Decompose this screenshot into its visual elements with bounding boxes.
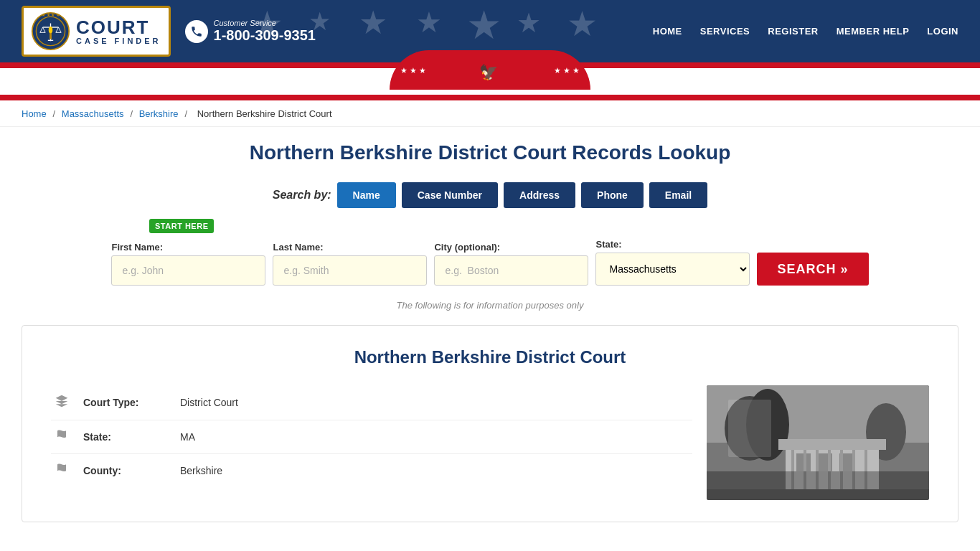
page-title: Northern Berkshire District Court Record…: [22, 141, 958, 164]
breadcrumb-home[interactable]: Home: [22, 108, 47, 119]
search-form-row: First Name: Last Name: City (optional): …: [149, 239, 831, 286]
eagle-icon: 🦅: [467, 62, 510, 84]
form-container: START HERE First Name: Last Name: City (…: [149, 219, 831, 286]
breadcrumb: Home / Massachusetts / Berkshire / North…: [0, 100, 980, 127]
tab-case-number[interactable]: Case Number: [402, 182, 498, 208]
banner-arch-area: 🦅 ★ ★ ★ ★ ★ ★: [0, 68, 980, 100]
svg-rect-15: [778, 439, 886, 450]
breadcrumb-county[interactable]: Berkshire: [139, 108, 179, 119]
nav-services[interactable]: SERVICES: [700, 26, 750, 37]
court-info-section: Court Type: District Court State: MA: [51, 385, 692, 500]
breadcrumb-state[interactable]: Massachusetts: [62, 108, 124, 119]
nav-home[interactable]: HOME: [653, 26, 682, 37]
breadcrumb-sep2: /: [130, 108, 135, 119]
court-box-title: Northern Berkshire District Court: [51, 347, 929, 367]
info-note: The following is for information purpose…: [22, 300, 958, 311]
nav-register[interactable]: REGISTER: [768, 26, 818, 37]
court-info-box: Northern Berkshire District Court Court …: [22, 325, 958, 522]
customer-service-label: Customer Service: [214, 19, 316, 27]
svg-rect-22: [828, 450, 831, 500]
court-type-row: Court Type: District Court: [51, 385, 692, 420]
tab-phone[interactable]: Phone: [581, 182, 644, 208]
site-logo[interactable]: ★ ★ ★ ★ COURT CASE FINDER: [22, 6, 171, 57]
svg-rect-23: [840, 450, 843, 500]
header-star-deco5: ★: [466, 2, 501, 48]
city-label: City (optional):: [434, 242, 588, 253]
svg-rect-26: [707, 489, 929, 500]
state-icon: [51, 429, 72, 445]
state-info-label: State:: [83, 431, 169, 443]
tab-email[interactable]: Email: [649, 182, 707, 208]
svg-rect-19: [791, 450, 794, 500]
phone-number: 1-800-309-9351: [214, 27, 316, 44]
last-name-group: Last Name:: [273, 242, 427, 286]
nav-login[interactable]: LOGIN: [927, 26, 958, 37]
logo-emblem-icon: ★ ★ ★ ★: [31, 11, 70, 51]
header-star-deco7: ★: [567, 4, 598, 44]
svg-rect-20: [804, 450, 806, 500]
nav-member-help[interactable]: MEMBER HELP: [837, 26, 910, 37]
header-star-deco6: ★: [517, 7, 541, 39]
svg-point-7: [49, 27, 53, 33]
last-name-label: Last Name:: [273, 242, 427, 253]
court-content-wrapper: Court Type: District Court State: MA: [51, 385, 929, 500]
court-type-label: Court Type:: [83, 397, 169, 408]
svg-text:🦅: 🦅: [479, 63, 499, 82]
search-section: Search by: Name Case Number Address Phon…: [22, 182, 958, 286]
svg-rect-24: [852, 450, 855, 500]
first-name-input[interactable]: [111, 255, 265, 286]
phone-section: Customer Service 1-800-309-9351: [185, 19, 316, 44]
svg-rect-21: [816, 450, 819, 500]
main-content: Northern Berkshire District Court Record…: [0, 127, 980, 537]
court-photo: [707, 385, 929, 500]
logo-court-label: COURT: [76, 18, 161, 37]
state-info-value: MA: [180, 431, 195, 443]
svg-rect-25: [864, 450, 867, 500]
search-by-row: Search by: Name Case Number Address Phon…: [22, 182, 958, 208]
tab-name[interactable]: Name: [337, 182, 396, 208]
search-by-label: Search by:: [273, 189, 331, 202]
city-group: City (optional):: [434, 242, 588, 286]
county-row: County: Berkshire: [51, 454, 692, 487]
first-name-group: First Name:: [111, 242, 265, 286]
county-icon: [51, 463, 72, 479]
first-name-label: First Name:: [111, 242, 265, 253]
svg-text:★ ★ ★ ★: ★ ★ ★ ★: [42, 13, 60, 17]
last-name-input[interactable]: [273, 255, 427, 286]
svg-point-11: [725, 396, 775, 461]
court-building-image: [707, 385, 929, 500]
state-label: State:: [595, 239, 750, 250]
header-star-deco4: ★: [416, 6, 442, 39]
state-row: State: MA: [51, 420, 692, 454]
start-here-badge: START HERE: [149, 219, 214, 233]
city-input[interactable]: [434, 255, 588, 286]
breadcrumb-sep1: /: [53, 108, 58, 119]
banner-arch: 🦅 ★ ★ ★ ★ ★ ★: [390, 50, 590, 90]
logo-finder-label: CASE FINDER: [76, 37, 161, 45]
tab-address[interactable]: Address: [504, 182, 575, 208]
main-nav: HOME SERVICES REGISTER MEMBER HELP LOGIN: [653, 26, 958, 37]
search-button[interactable]: SEARCH »: [757, 253, 868, 286]
court-type-value: District Court: [180, 397, 238, 408]
header-star-deco3: ★: [359, 4, 387, 42]
red-stripe-bottom: [0, 95, 980, 100]
court-type-icon: [51, 394, 72, 411]
state-group: State: Massachusetts Alabama Alaska Ariz…: [595, 239, 750, 286]
breadcrumb-current: Northern Berkshire District Court: [197, 108, 332, 119]
county-label: County:: [83, 465, 169, 476]
breadcrumb-sep3: /: [184, 108, 189, 119]
state-select[interactable]: Massachusetts Alabama Alaska Arizona Cal…: [595, 253, 750, 286]
phone-icon: [185, 20, 208, 43]
county-value: Berkshire: [180, 465, 222, 476]
